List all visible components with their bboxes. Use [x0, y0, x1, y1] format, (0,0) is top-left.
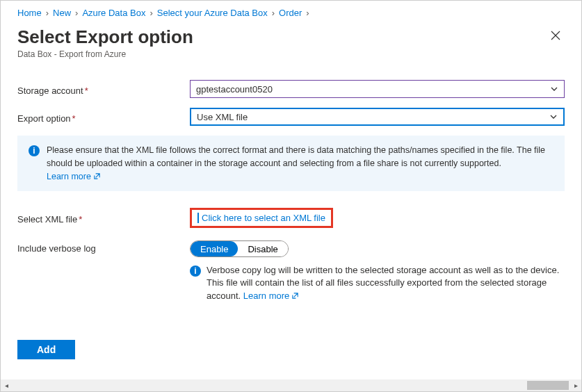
storage-account-value: gptestaccount0520	[196, 84, 273, 95]
horizontal-scrollbar[interactable]: ◂ ▸	[1, 379, 581, 391]
scrollbar-thumb[interactable]	[527, 381, 569, 390]
select-xml-file-link[interactable]: Click here to select an XML file	[197, 213, 325, 223]
verbose-log-toggle[interactable]: Enable Disable	[190, 240, 289, 257]
breadcrumb-new[interactable]: New	[53, 8, 71, 18]
export-option-label: Export option*	[17, 111, 190, 124]
select-xml-highlight: Click here to select an XML file	[190, 208, 333, 228]
storage-account-label: Storage account*	[17, 83, 190, 96]
chevron-down-icon	[549, 113, 558, 121]
chevron-right-icon: ›	[272, 8, 275, 18]
external-link-icon	[291, 292, 299, 300]
info-icon: i	[29, 145, 40, 156]
breadcrumb: Home› New› Azure Data Box› Select your A…	[17, 8, 565, 18]
verbose-log-label: Include verbose log	[17, 240, 190, 254]
chevron-right-icon: ›	[75, 8, 78, 18]
external-link-icon	[93, 172, 101, 180]
verbose-enable-button[interactable]: Enable	[191, 241, 238, 256]
chevron-right-icon: ›	[149, 8, 152, 18]
verbose-disable-button[interactable]: Disable	[238, 241, 287, 256]
add-button[interactable]: Add	[17, 340, 75, 359]
scroll-left-icon[interactable]: ◂	[2, 382, 10, 390]
chevron-right-icon: ›	[306, 8, 309, 18]
close-button[interactable]	[547, 26, 565, 47]
xml-info-text: Please ensure that the XML file follows …	[47, 145, 545, 168]
chevron-right-icon: ›	[46, 8, 49, 18]
svg-text:i: i	[194, 266, 196, 276]
breadcrumb-select-data-box[interactable]: Select your Azure Data Box	[157, 8, 268, 18]
storage-account-select[interactable]: gptestaccount0520	[190, 80, 565, 98]
info-icon: i	[190, 266, 201, 277]
breadcrumb-azure-data-box[interactable]: Azure Data Box	[82, 8, 145, 18]
page-subtitle: Data Box - Export from Azure	[17, 49, 193, 59]
chevron-down-icon	[550, 85, 558, 93]
page-title: Select Export option	[17, 26, 193, 48]
breadcrumb-order[interactable]: Order	[279, 8, 302, 18]
export-option-value: Use XML file	[197, 112, 248, 122]
svg-text:i: i	[33, 146, 35, 156]
learn-more-link-xml[interactable]: Learn more	[47, 172, 101, 181]
learn-more-link-verbose[interactable]: Learn more	[243, 291, 299, 301]
xml-info-box: i Please ensure that the XML file follow…	[17, 136, 565, 191]
close-icon	[551, 31, 560, 40]
breadcrumb-home[interactable]: Home	[17, 8, 42, 18]
select-xml-label: Select XML file*	[17, 211, 190, 224]
scroll-right-icon[interactable]: ▸	[572, 382, 580, 390]
export-option-select[interactable]: Use XML file	[190, 108, 565, 126]
